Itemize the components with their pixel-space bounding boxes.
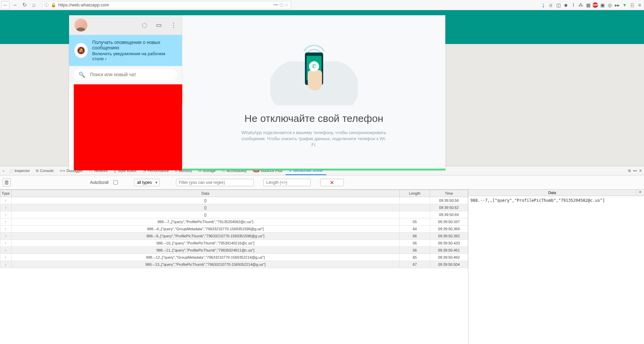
row-time: 09:39:50.337 xyxy=(430,218,468,225)
row-length xyxy=(400,197,430,204)
row-time: 09:39:50.492 xyxy=(430,254,468,261)
row-length: 64 xyxy=(400,225,430,233)
back-button[interactable]: ← xyxy=(1,1,9,9)
autoscroll-label: AutoScroll xyxy=(90,180,109,185)
home-button[interactable]: ⌂ xyxy=(30,1,38,9)
table-row[interactable]: ↑988.--12,,["query","GroupMetadata","796… xyxy=(0,254,468,261)
menu-icon[interactable]: ≡ xyxy=(637,2,643,8)
devtools-panel-new-icon[interactable]: ⧉ xyxy=(628,169,631,173)
devtools-more-icon[interactable]: ••• xyxy=(633,169,637,173)
row-type: ↑ xyxy=(0,261,12,268)
search-icon: 🔍 xyxy=(79,71,85,78)
tab-console[interactable]: ⧉Console xyxy=(33,166,57,175)
site-info-icon[interactable]: ⓘ xyxy=(44,2,49,8)
th-time[interactable]: Time xyxy=(430,190,468,197)
row-type: ↑ xyxy=(0,240,12,247)
row-data: 988.--8,,["query","GroupMetadata","79633… xyxy=(11,225,399,233)
row-type: ↑ xyxy=(0,254,12,261)
table-row[interactable]: ↑988.--8,,["query","GroupMetadata","7963… xyxy=(0,225,468,233)
table-row[interactable]: ↑988.--11,,["query","ProfilePicThumb","7… xyxy=(0,247,468,254)
row-time: 09:39:50.56 xyxy=(430,197,468,204)
type-select[interactable]: all types xyxy=(134,179,160,186)
clear-button[interactable]: ✕ xyxy=(320,179,344,186)
page-actions-dots[interactable]: ••• xyxy=(273,2,278,7)
library-icon[interactable]: ⫼ xyxy=(548,2,554,8)
row-type: ↑ xyxy=(0,233,12,240)
row-data: 988.--12,,["query","GroupMetadata","7963… xyxy=(11,254,399,261)
url-bar[interactable]: ⓘ 🔒 ••• ⬡ ☆ xyxy=(42,1,291,9)
ws-toolbar: 🗑 AutoScroll all types ✕ xyxy=(0,175,644,190)
ext-icon-cam[interactable]: ▣ xyxy=(599,2,605,8)
row-time: 09:39:50.369 xyxy=(430,225,468,233)
adblock-icon[interactable]: ABP xyxy=(593,2,598,8)
table-row[interactable]: ↑988.--13,,["query","ProfilePicThumb","7… xyxy=(0,261,468,268)
status-icon[interactable]: ◌ xyxy=(142,21,147,29)
url-input[interactable] xyxy=(58,2,273,7)
th-length[interactable]: Length xyxy=(400,190,430,197)
notify-link[interactable]: Включить уведомления на рабочем столе › xyxy=(92,51,177,61)
ext-icon-dl[interactable]: ▼ xyxy=(622,2,628,8)
ext-icon-ff[interactable]: ▸▸ xyxy=(614,2,620,8)
row-length xyxy=(400,211,430,218)
autoscroll-checkbox[interactable] xyxy=(113,180,118,185)
ext-icon-target[interactable]: ◎ xyxy=(607,2,613,8)
bookmark-star-icon[interactable]: ☆ xyxy=(285,2,289,7)
row-time: 09:39:50.69 xyxy=(430,211,468,218)
wa-sidebar-header: ◌ ▭ ⋮ xyxy=(69,15,182,35)
ext-icon-grid[interactable]: ▦ xyxy=(585,2,591,8)
debugger-icon: ⟾ xyxy=(60,169,65,173)
wa-illustration: ✆ xyxy=(267,38,361,105)
filter-input[interactable] xyxy=(176,179,254,186)
detail-expand-button[interactable]: » xyxy=(636,190,644,196)
sidebar-icon[interactable]: ◫ xyxy=(555,2,561,8)
avatar[interactable] xyxy=(74,19,87,31)
bell-slash-icon: 🔕 xyxy=(74,43,88,58)
table-row[interactable]: ↑988.--7,,["query","ProfilePicThumb","79… xyxy=(0,218,468,225)
row-length: 55 xyxy=(400,218,430,225)
account-icon[interactable]: ☻ xyxy=(563,2,569,8)
row-time: 09:39:50.461 xyxy=(430,247,468,254)
row-data: 988.--10,,["query","ProfilePicThumb","79… xyxy=(11,240,399,247)
row-time: 09:39:50.433 xyxy=(430,240,468,247)
wa-notification-banner[interactable]: 🔕 Получать оповещения о новых сообщениях… xyxy=(69,35,182,66)
wa-main-panel: ✆ Не отключайте свой телефон WhatsApp по… xyxy=(182,15,445,170)
new-chat-icon[interactable]: ▭ xyxy=(156,21,162,29)
tab-inspector[interactable]: ⬚Inspector xyxy=(7,166,33,175)
row-length xyxy=(400,204,430,211)
ext-icon-gift[interactable]: ⌸ xyxy=(629,2,635,8)
table-row[interactable]: ↑{}09:39:50.56 xyxy=(0,197,468,204)
menu-dots-icon[interactable]: ⋮ xyxy=(171,21,177,29)
ws-body: Type Data Length Time ↑{}09:39:50.56↑{}0… xyxy=(0,190,644,344)
inspector-icon: ⬚ xyxy=(10,169,13,173)
row-data: {} xyxy=(11,197,399,204)
shield-icon[interactable]: ⬡ xyxy=(280,2,283,7)
table-row[interactable]: ↑988.--9,,["query","ProfilePicThumb","79… xyxy=(0,233,468,240)
th-data[interactable]: Data xyxy=(11,190,399,197)
ext-icon-paw[interactable]: ⁂ xyxy=(578,2,584,8)
reload-button[interactable]: ↻ xyxy=(20,1,28,9)
lock-icon: 🔒 xyxy=(51,2,56,7)
forward-button[interactable]: → xyxy=(11,1,19,9)
table-row[interactable]: ↑{}09:39:50.62 xyxy=(0,204,468,211)
length-input[interactable] xyxy=(263,179,311,186)
table-row[interactable]: ↑988.--10,,["query","ProfilePicThumb","7… xyxy=(0,240,468,247)
row-type: ↑ xyxy=(0,218,12,225)
wa-main-title: Не отключайте свой телефон xyxy=(244,113,383,124)
detail-header: Data xyxy=(468,190,636,196)
table-row[interactable]: ↑{}09:39:50.69 xyxy=(0,211,468,218)
devtools-close-icon[interactable]: ✕ xyxy=(639,169,642,173)
wa-chat-list[interactable] xyxy=(69,83,182,170)
ext-icon-1[interactable]: ⌇ xyxy=(570,2,576,8)
wa-search[interactable]: 🔍 xyxy=(74,69,177,80)
th-type[interactable]: Type xyxy=(0,190,12,197)
whatsapp-logo-icon: ✆ xyxy=(309,61,319,71)
download-icon[interactable]: ⭣ xyxy=(540,2,547,8)
ws-delete-button[interactable]: 🗑 xyxy=(3,178,11,187)
row-type: ↑ xyxy=(0,225,12,233)
devtools-pick-element-icon[interactable]: ⟐ xyxy=(0,169,7,173)
row-data: {} xyxy=(11,204,399,211)
search-input[interactable] xyxy=(90,72,173,77)
row-data: 988.--7,,["query","ProfilePicThumb","791… xyxy=(11,218,399,225)
wa-sidebar: ◌ ▭ ⋮ 🔕 Получать оповещения о новых сооб… xyxy=(69,15,182,170)
row-time: 09:39:50.62 xyxy=(430,204,468,211)
